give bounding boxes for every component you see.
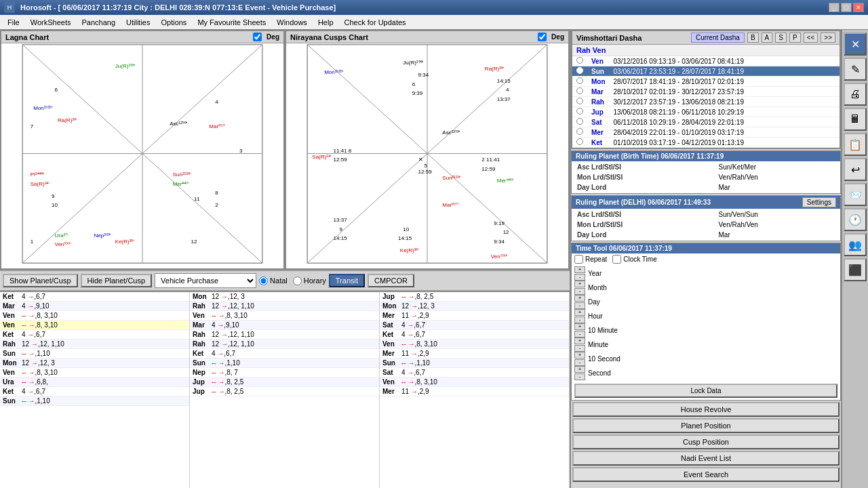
menu-utilities[interactable]: Utilities: [121, 16, 155, 28]
show-planet-cusp-button[interactable]: Show Planet/Cusp: [3, 274, 78, 287]
current-dasha-button[interactable]: Current Dasha: [691, 33, 745, 43]
natal-radio-label[interactable]: Natal: [259, 277, 288, 285]
right-action-btn-event-search[interactable]: Event Search: [572, 467, 840, 482]
menu-windows[interactable]: Windows: [272, 16, 312, 28]
menu-file[interactable]: File: [3, 16, 24, 28]
plus-btn[interactable]: +: [574, 352, 585, 359]
menu-worksheets[interactable]: WorkSheets: [26, 16, 76, 28]
menu-panchang[interactable]: Panchang: [77, 16, 120, 28]
svg-text:11:41 8: 11:41 8: [334, 148, 352, 154]
nav-a[interactable]: A: [762, 33, 773, 43]
time-title: Time Tool 06/06/2017 11:37:19: [576, 245, 672, 252]
menu-favourites[interactable]: My Favourite Sheets: [193, 16, 271, 28]
dasha-row[interactable]: Jup 13/06/2018 08:21:19 - 06/11/2018 10:…: [572, 107, 840, 117]
dasha-row[interactable]: Mer 28/04/2019 22:01:19 - 01/10/2019 03:…: [572, 127, 840, 138]
data-table-row: Sun-- →,1,10: [380, 359, 569, 368]
sidebar-clipboard-icon[interactable]: 📋: [844, 133, 867, 156]
right-action-btn-planet-position[interactable]: Planet Position: [572, 418, 840, 433]
plus-btn[interactable]: +: [574, 323, 585, 330]
nav-next[interactable]: >>: [821, 33, 835, 43]
sidebar-group-icon[interactable]: 👥: [844, 233, 867, 256]
time-stepper[interactable]: + -: [574, 366, 585, 380]
time-stepper[interactable]: + -: [574, 295, 585, 309]
right-action-btn-nadi-event-list[interactable]: Nadi Event List: [572, 451, 840, 466]
natal-radio[interactable]: [259, 277, 268, 285]
time-label: 10 Second: [588, 355, 629, 363]
nav-b[interactable]: B: [747, 33, 759, 43]
time-stepper[interactable]: + -: [574, 281, 585, 295]
time-stepper[interactable]: + -: [574, 266, 585, 281]
minus-btn[interactable]: -: [574, 345, 585, 352]
close-button[interactable]: ✕: [853, 3, 864, 12]
svg-text:Ke(R)³⁸': Ke(R)³⁸': [400, 247, 420, 253]
svg-text:Mar⁶⁵⁷': Mar⁶⁵⁷': [209, 123, 226, 129]
minus-btn[interactable]: -: [574, 373, 585, 380]
title-bar-buttons[interactable]: _ □ ✕: [829, 3, 864, 12]
charts-area: Lagna Chart Deg: [0, 30, 570, 488]
time-stepper[interactable]: + -: [574, 338, 585, 352]
plus-btn[interactable]: +: [574, 309, 585, 316]
right-action-btn-house-revolve[interactable]: House Revolve: [572, 402, 840, 417]
lock-data-button[interactable]: Lock Data: [574, 384, 837, 398]
cmpcor-button[interactable]: CMPCOR: [368, 274, 414, 287]
sidebar-edit-icon[interactable]: ✎: [844, 58, 867, 81]
nav-prev[interactable]: <<: [804, 33, 818, 43]
menu-updates[interactable]: Check for Updates: [340, 16, 411, 28]
menu-bar: File WorkSheets Panchang Utilities Optio…: [0, 15, 868, 30]
nav-p[interactable]: P: [789, 33, 801, 43]
dasha-row[interactable]: Ven 03/12/2016 09:13:19 - 03/06/2017 08:…: [572, 56, 840, 66]
sidebar-back-icon[interactable]: ↩: [844, 158, 867, 181]
dasha-row[interactable]: Sun 03/06/2017 23:53:19 - 28/07/2017 18:…: [572, 66, 840, 77]
minus-btn[interactable]: -: [574, 331, 585, 338]
repeat-checkbox[interactable]: [574, 255, 583, 264]
sidebar-misc-icon[interactable]: ⬛: [844, 258, 867, 281]
dasha-row[interactable]: Rah 30/12/2017 23:57:19 - 13/06/2018 08:…: [572, 97, 840, 107]
maximize-button[interactable]: □: [841, 3, 852, 12]
transit-button[interactable]: Transit: [329, 274, 365, 287]
clock-time-label[interactable]: Clock Time: [612, 255, 656, 264]
horary-radio[interactable]: [293, 277, 302, 285]
plus-btn[interactable]: +: [574, 295, 585, 302]
nav-s[interactable]: S: [775, 33, 787, 43]
svg-text:9: 9: [339, 226, 342, 232]
repeat-label[interactable]: Repeat: [574, 255, 607, 264]
minus-btn[interactable]: -: [574, 288, 585, 295]
sidebar-mail-icon[interactable]: 📨: [844, 183, 867, 206]
minus-btn[interactable]: -: [574, 359, 585, 366]
dasha-row[interactable]: Sat 06/11/2018 10:29:19 - 28/04/2019 22:…: [572, 117, 840, 127]
time-stepper[interactable]: + -: [574, 309, 585, 323]
time-stepper[interactable]: + -: [574, 323, 585, 338]
horary-radio-label[interactable]: Horary: [293, 277, 326, 285]
menu-options[interactable]: Options: [156, 16, 191, 28]
dasha-row[interactable]: Mar 28/10/2017 02:01:19 - 30/12/2017 23:…: [572, 87, 840, 97]
nir-deg-checkbox[interactable]: [538, 33, 547, 41]
event-dropdown[interactable]: Vehicle Purchase: [155, 273, 256, 288]
minus-btn[interactable]: -: [574, 274, 585, 281]
minus-btn[interactable]: -: [574, 302, 585, 309]
plus-btn[interactable]: +: [574, 266, 585, 273]
clock-time-checkbox[interactable]: [612, 255, 621, 264]
time-stepper[interactable]: + -: [574, 352, 585, 366]
dasha-row[interactable]: Mon 28/07/2017 18:41:19 - 28/10/2017 02:…: [572, 77, 840, 87]
dasha-row[interactable]: Ket 01/10/2019 03:17:19 - 04/12/2019 01:…: [572, 138, 840, 148]
time-control-row: + - Hour: [574, 309, 837, 323]
sidebar-close-icon[interactable]: ✕: [844, 33, 867, 56]
settings-button[interactable]: Settings: [802, 197, 836, 207]
title-bar: H Horosoft - [ 06/06/2017 11:37:19 City …: [0, 0, 868, 15]
minimize-button[interactable]: _: [829, 3, 840, 12]
right-action-btn-cusp-position[interactable]: Cusp Position: [572, 434, 840, 449]
minus-btn[interactable]: -: [574, 317, 585, 323]
title-bar-text: Horosoft - [ 06/06/2017 11:37:19 City : …: [20, 3, 336, 12]
sidebar-clock-icon[interactable]: 🕐: [844, 208, 867, 231]
menu-help[interactable]: Help: [313, 16, 338, 28]
plus-btn[interactable]: +: [574, 366, 585, 373]
lagna-deg-checkbox[interactable]: [253, 33, 262, 41]
sidebar-calc-icon[interactable]: 🖩: [844, 108, 867, 131]
plus-btn[interactable]: +: [574, 338, 585, 344]
dasha-header: Vimshottari Dasha Current Dasha B A S P …: [572, 31, 840, 45]
sidebar-print-icon[interactable]: 🖨: [844, 83, 867, 106]
plus-btn[interactable]: +: [574, 281, 585, 287]
data-table-row: Mer11 →,2,9: [380, 387, 569, 396]
svg-text:Ura³⁷': Ura³⁷': [54, 232, 68, 239]
hide-planet-cusp-button[interactable]: Hide Planet/Cusp: [81, 274, 153, 287]
